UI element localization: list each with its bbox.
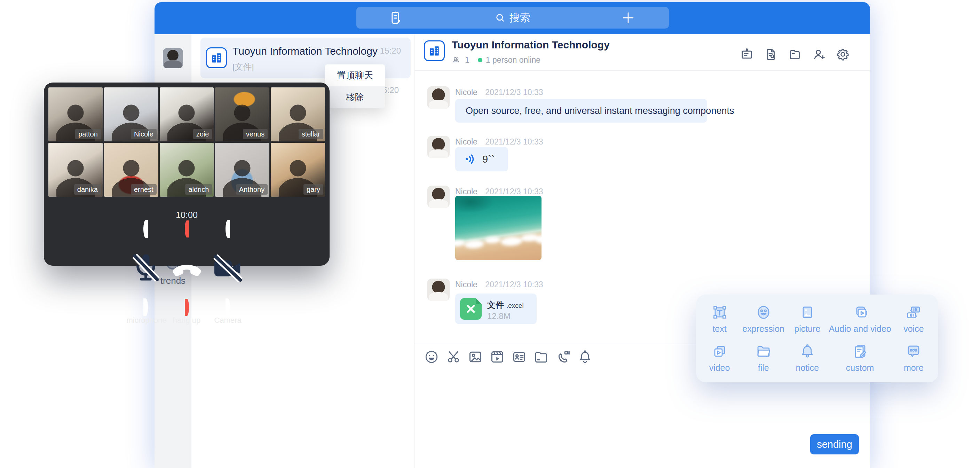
video-icon [711, 343, 728, 360]
menu-item-pin-chat[interactable]: 置顶聊天 [325, 64, 385, 86]
send-label: sending [817, 439, 852, 450]
hang-up-icon [168, 220, 206, 316]
panel-item-notice[interactable]: notice [786, 339, 829, 377]
file-ext: .excel [506, 302, 524, 309]
image-message[interactable] [455, 196, 541, 260]
message-meta: Nicole 2021/12/3 10:33 [455, 280, 543, 289]
group-avatar-icon [424, 40, 445, 61]
sender-avatar[interactable] [427, 86, 450, 109]
participant-tile: zoie [160, 88, 214, 141]
participant-tile: ernest [104, 143, 158, 197]
message-meta: Nicole 2021/12/3 10:33 [455, 187, 543, 196]
panel-item-file[interactable]: file [741, 339, 786, 377]
sender-avatar[interactable] [427, 136, 450, 158]
message-time: 2021/12/3 10:33 [485, 88, 543, 97]
panel-item-label: expression [742, 324, 784, 334]
send-button[interactable]: sending [810, 434, 859, 454]
file-message-card[interactable]: 文件.excel 12.8M [455, 294, 537, 324]
participant-name: aldrich [185, 184, 212, 195]
panel-item-label: Audio and video [829, 324, 891, 334]
image-icon[interactable] [468, 349, 483, 364]
sender-name: Nicole [455, 88, 477, 97]
text-icon [711, 304, 728, 321]
panel-item-text[interactable]: text [698, 299, 741, 339]
add-member-icon[interactable] [812, 47, 826, 61]
user-avatar[interactable] [163, 48, 183, 68]
add-icon[interactable] [621, 10, 635, 25]
camera-off-icon [209, 220, 247, 316]
participant-name: zoie [193, 129, 212, 139]
file-folder-icon [755, 343, 772, 360]
panel-item-expression[interactable]: expression [741, 299, 786, 339]
group-files-icon[interactable] [788, 47, 802, 61]
online-dot [478, 58, 482, 62]
voice-wave-icon [464, 153, 477, 165]
panel-item-label: picture [794, 324, 820, 334]
notification-icon[interactable] [578, 349, 593, 364]
video-clip-icon[interactable] [490, 349, 505, 364]
panel-item-picture[interactable]: picture [786, 299, 829, 339]
panel-item-audio-video[interactable]: Audio and video [829, 299, 891, 339]
search-bar[interactable]: 搜索 [356, 7, 669, 29]
camera-button[interactable]: Camera [209, 225, 247, 294]
microphone-button[interactable]: microphone [127, 225, 165, 294]
panel-item-custom[interactable]: custom [829, 339, 891, 377]
chat-header-actions [740, 47, 850, 61]
screenshot-icon[interactable] [446, 349, 461, 364]
participant-name: danika [74, 184, 101, 195]
message-meta: Nicole 2021/12/3 10:33 [455, 137, 543, 147]
participant-tile: aldrich [160, 143, 214, 197]
sender-avatar[interactable] [427, 279, 450, 301]
participant-name: Nicole [131, 129, 157, 139]
conversation-time: 15:20 [380, 46, 401, 56]
panel-item-label: more [904, 363, 924, 373]
call-controls: microphone hang up Camera [44, 225, 329, 294]
custom-icon [851, 343, 868, 360]
video-call-panel: patton Nicole zoie venus stellar danika … [44, 83, 329, 266]
panel-item-more[interactable]: more [891, 339, 936, 377]
message-time: 2021/12/3 10:33 [485, 137, 543, 146]
message-text-content: Open source, free, and universal instant… [466, 105, 734, 116]
sender-name: Nicole [455, 137, 477, 146]
participant-name: Anthony [236, 184, 267, 195]
notice-bell-icon [799, 343, 816, 360]
message-meta: Nicole 2021/12/3 10:33 [455, 88, 543, 97]
chat-header: Tuoyun Information Technology 1 1 person… [414, 34, 870, 71]
message-type-panel: text expression picture [696, 295, 938, 382]
hang-up-label: hang up [168, 316, 206, 325]
participant-name: ernest [131, 184, 157, 195]
settings-icon[interactable] [836, 47, 850, 61]
chat-panel: Tuoyun Information Technology 1 1 person… [414, 34, 870, 468]
microphone-off-icon [127, 220, 165, 316]
participant-name: stellar [299, 129, 323, 139]
file-icon[interactable] [533, 349, 549, 364]
menu-item-remove[interactable]: 移除 [325, 86, 385, 108]
sender-name: Nicole [455, 187, 477, 196]
voice-message-bubble[interactable]: 9`` [455, 147, 508, 171]
file-fold-corner [476, 298, 482, 304]
chat-history-search-icon[interactable] [764, 47, 778, 61]
panel-item-video[interactable]: video [698, 339, 741, 377]
contact-card-icon[interactable] [512, 349, 527, 364]
message-time: 2021/12/3 10:33 [485, 187, 543, 196]
camera-label: Camera [209, 316, 247, 325]
participant-tile: stellar [271, 88, 325, 141]
participant-grid: patton Nicole zoie venus stellar danika … [48, 88, 325, 197]
file-size: 12.8M [487, 311, 511, 321]
sender-avatar[interactable] [427, 185, 450, 208]
chat-title: Tuoyun Information Technology [452, 39, 610, 51]
emoji-icon[interactable] [424, 349, 439, 364]
group-notice-icon[interactable] [740, 47, 754, 61]
conversation-preview: [文件] [232, 61, 254, 72]
expression-icon [755, 304, 772, 321]
video-call-icon[interactable] [555, 349, 571, 364]
panel-item-voice[interactable]: voice [891, 299, 936, 339]
file-name: 文件.excel [487, 299, 524, 311]
panel-item-label: file [758, 363, 769, 373]
excel-file-icon [460, 298, 482, 319]
participant-tile: danika [48, 143, 103, 197]
participant-name: venus [243, 129, 267, 139]
sender-name: Nicole [455, 280, 477, 289]
conversation-context-menu: 置顶聊天 移除 [325, 64, 385, 108]
hang-up-button[interactable]: hang up [168, 225, 206, 294]
